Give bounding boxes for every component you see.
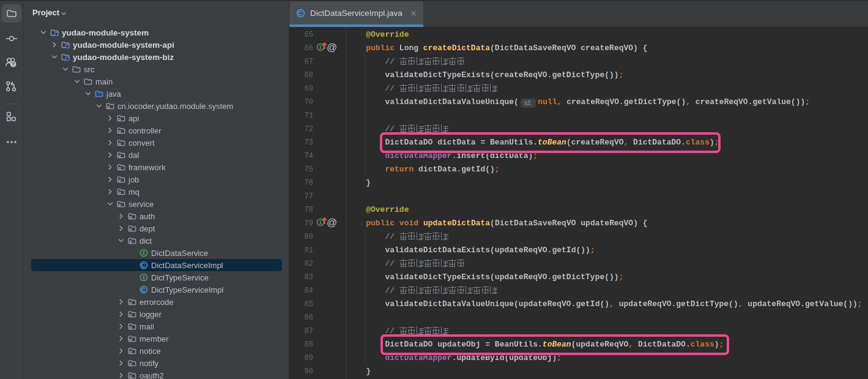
svg-text:?: ? — [12, 61, 15, 67]
